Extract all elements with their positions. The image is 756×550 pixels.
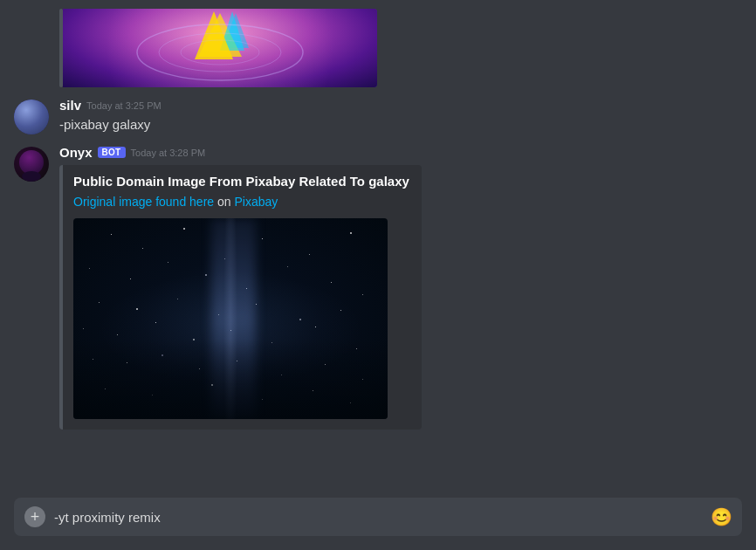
message-header-onyx: Onyx BOT Today at 3:28 PM: [59, 145, 742, 160]
plus-icon: +: [31, 509, 40, 525]
username-silv: silv: [59, 98, 81, 113]
message-header-silv: silv Today at 3:25 PM: [59, 98, 742, 113]
avatar-onyx: [14, 147, 49, 182]
embed-link-pixabay[interactable]: Pixabay: [234, 195, 278, 209]
emoji-button[interactable]: 😊: [711, 506, 732, 527]
galaxy-image: [73, 218, 388, 419]
embed-title: Public Domain Image From Pixabay Related…: [73, 174, 409, 189]
embed-content: Public Domain Image From Pixabay Related…: [63, 165, 422, 430]
message-group-onyx: Onyx BOT Today at 3:28 PM Public Domain …: [0, 141, 756, 433]
chat-area: silv Today at 3:25 PM -pixabay galaxy On…: [0, 0, 756, 498]
message-group-silv: silv Today at 3:25 PM -pixabay galaxy: [0, 94, 756, 138]
emoji-icon: 😊: [711, 506, 732, 527]
embed-mid-text: on: [217, 195, 234, 209]
message-group-silv-image: [0, 9, 756, 87]
bot-badge: BOT: [98, 147, 126, 158]
text-input-area[interactable]: + 😊: [14, 498, 742, 536]
username-onyx: Onyx: [59, 145, 93, 160]
add-button[interactable]: +: [24, 506, 45, 527]
svg-point-2: [181, 40, 259, 65]
svg-point-1: [159, 33, 281, 72]
prev-galaxy-image: [63, 9, 377, 87]
embed-image: [73, 218, 388, 419]
avatar-silv: [14, 100, 49, 134]
message-text-silv: -pixabay galaxy: [59, 116, 742, 134]
message-content-onyx: Onyx BOT Today at 3:28 PM Public Domain …: [59, 145, 742, 430]
message-content-silv: silv Today at 3:25 PM -pixabay galaxy: [59, 98, 742, 134]
embed-container: Public Domain Image From Pixabay Related…: [59, 165, 742, 430]
message-input[interactable]: [54, 510, 702, 525]
embed-desc: Original image found here on Pixabay: [73, 194, 409, 211]
timestamp-onyx: Today at 3:28 PM: [131, 148, 206, 158]
embed-link-original[interactable]: Original image found here: [73, 195, 214, 209]
timestamp-silv: Today at 3:25 PM: [86, 100, 162, 111]
